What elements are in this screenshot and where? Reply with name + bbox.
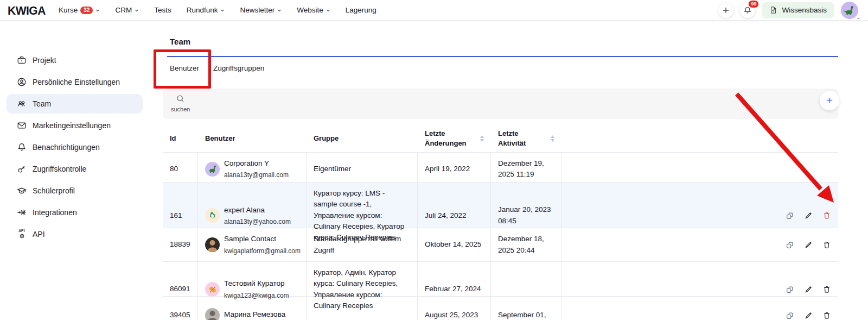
nav-item-lagerung[interactable]: Lagerung	[346, 6, 376, 14]
cell-last-changes: April 19, 2022	[418, 153, 491, 186]
table-header: Id Benutzer Gruppe Letzte Änderungen Let…	[163, 125, 838, 152]
chevron-down-icon: ⌄	[856, 15, 860, 20]
edit-button[interactable]	[803, 240, 813, 250]
edit-button[interactable]	[803, 311, 813, 320]
top-navbar: KWIGA Kurse 32 CRM Tests Rundfunk Newsle…	[0, 0, 868, 21]
sort-icon[interactable]	[480, 135, 484, 142]
title-divider	[167, 56, 838, 57]
nav-item-newsletter[interactable]: Newsletter	[240, 6, 282, 14]
user-name: Sample Contact	[224, 234, 301, 244]
plus-icon: +	[826, 95, 833, 107]
cell-last-changes: August 25, 2023	[418, 297, 491, 320]
delete-button[interactable]	[822, 211, 832, 221]
main-content: Team Benutzer Zugriffsgruppen suchen + I…	[163, 21, 838, 320]
sidebar-item-schuelerprofil[interactable]: Schülerprofil	[7, 181, 143, 200]
chevron-down-icon	[220, 8, 225, 12]
table-row: 161 expert Alanaalana13ty@yahoo.com Кура…	[163, 182, 838, 228]
avatar	[205, 237, 220, 252]
cell-group: Eigentümer	[307, 153, 418, 186]
quick-add-button[interactable]	[718, 3, 733, 18]
table-row: 80 Corporation Yalana13ty@gmail.com Eige…	[163, 152, 838, 182]
sidebar-item-team[interactable]: Team	[7, 94, 143, 114]
sidebar-item-zugriffskontrolle[interactable]: Zugriffskontrolle	[7, 159, 143, 179]
duplicate-button[interactable]	[785, 311, 795, 320]
cell-group: Standardgruppe mit vollem Zugriff	[307, 228, 418, 261]
column-header-benutzer: Benutzer	[198, 134, 307, 143]
edit-button[interactable]	[803, 211, 813, 221]
dinosaur-avatar-icon	[843, 4, 856, 17]
duplicate-button[interactable]	[785, 211, 795, 221]
column-header-letzte-aenderungen: Letzte Änderungen	[418, 129, 491, 148]
sidebar-item-projekt[interactable]: Projekt	[7, 51, 143, 70]
briefcase-icon	[16, 55, 27, 66]
cell-actions	[561, 228, 838, 261]
search-input[interactable]: suchen	[163, 89, 838, 119]
sidebar: Projekt Persönliche Einstellungen Team M…	[0, 21, 152, 246]
user-avatar[interactable]: ⌄	[841, 2, 858, 19]
sort-icon[interactable]	[551, 135, 554, 142]
user-name: Тестовий Куратор	[224, 278, 289, 289]
mail-icon	[16, 120, 27, 131]
cell-group	[307, 297, 418, 320]
user-name: Corporation Y	[224, 158, 289, 169]
table-row: 18839 Sample Contactkwigaplatform@gmail.…	[163, 228, 838, 261]
main-menu: Kurse 32 CRM Tests Rundfunk Newsletter W…	[59, 6, 376, 14]
user-name: Марина Ремезова	[224, 309, 285, 320]
nav-item-tests[interactable]: Tests	[154, 6, 171, 14]
cell-actions	[561, 153, 838, 186]
cell-last-activity: September 01,	[491, 297, 561, 320]
tab-zugriffsgruppen[interactable]: Zugriffsgruppen	[213, 64, 264, 85]
navbar-right: 99 Wissensbasis ⌄	[718, 2, 858, 19]
cell-id: 80	[163, 153, 198, 186]
avatar	[205, 162, 220, 177]
cell-id: 39405	[163, 297, 198, 320]
sidebar-item-benachrichtigungen[interactable]: Benachrichtigungen	[7, 137, 143, 157]
user-name: expert Alana	[224, 205, 291, 216]
sidebar-item-integrationen[interactable]: Integrationen	[7, 203, 143, 222]
chevron-down-icon	[95, 8, 100, 12]
user-email: alana13ty@gmail.com	[224, 170, 289, 180]
add-user-button[interactable]: +	[820, 91, 839, 110]
chevron-down-icon	[135, 8, 139, 12]
graduation-cap-icon	[16, 185, 27, 196]
search-icon	[176, 94, 185, 105]
sidebar-item-api[interactable]: API API	[7, 224, 143, 244]
sidebar-item-persoenliche-einstellungen[interactable]: Persönliche Einstellungen	[7, 72, 143, 92]
avatar	[205, 308, 220, 320]
knowledge-base-button[interactable]: Wissensbasis	[762, 2, 834, 18]
bell-icon	[16, 142, 27, 153]
cell-user[interactable]: Sample Contactkwigaplatform@gmail.com	[198, 228, 307, 261]
nav-item-rundfunk[interactable]: Rundfunk	[187, 6, 225, 14]
kwiga-logo[interactable]: KWIGA	[8, 3, 56, 17]
user-email: kwigaplatform@gmail.com	[224, 246, 301, 256]
chevron-down-icon	[277, 8, 282, 12]
nav-item-website[interactable]: Website	[297, 6, 330, 14]
kurse-count-badge: 32	[80, 7, 93, 14]
cell-actions	[561, 297, 838, 320]
delete-button[interactable]	[822, 240, 832, 250]
chevron-down-icon	[326, 8, 330, 12]
duplicate-button[interactable]	[785, 240, 795, 250]
cell-user[interactable]: Corporation Yalana13ty@gmail.com	[198, 153, 307, 186]
sidebar-item-marketingeinstellungen[interactable]: Marketingeinstellungen	[7, 116, 143, 135]
tab-benutzer[interactable]: Benutzer	[170, 64, 199, 85]
table-row: 86091 Тестовий Кураторkwiga123@kwiga.com…	[163, 261, 838, 296]
delete-button[interactable]	[822, 311, 832, 320]
delete-button[interactable]	[822, 285, 832, 294]
duplicate-button[interactable]	[785, 285, 795, 294]
person-circle-icon	[16, 77, 27, 87]
column-header-letzte-aktivitaet: Letzte Aktivität	[491, 129, 561, 148]
notifications-count-badge: 99	[748, 0, 759, 8]
cell-last-activity: Dezember 18, 2025 20:44	[491, 228, 561, 261]
edit-button[interactable]	[803, 285, 813, 294]
cell-user[interactable]: Марина Ремезова	[198, 297, 307, 320]
cell-id: 18839	[163, 228, 198, 261]
avatar	[205, 208, 220, 223]
nav-item-kurse[interactable]: Kurse 32	[59, 6, 100, 14]
cell-last-changes: Oktober 14, 2025	[418, 228, 491, 261]
column-header-gruppe: Gruppe	[307, 134, 418, 143]
people-icon	[16, 98, 27, 109]
notifications-button[interactable]: 99	[740, 3, 755, 18]
nav-item-crm[interactable]: CRM	[115, 6, 139, 14]
table-body: 80 Corporation Yalana13ty@gmail.com Eige…	[163, 152, 838, 320]
